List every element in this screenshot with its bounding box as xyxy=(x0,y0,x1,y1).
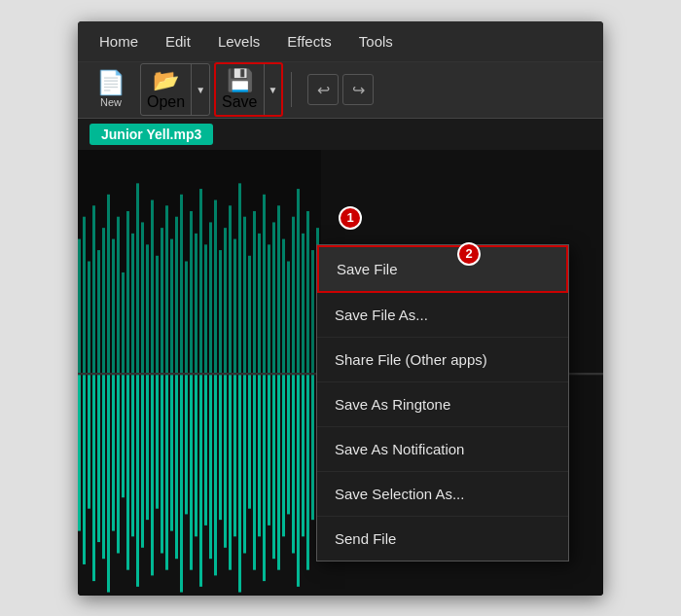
menu-bar: Home Edit Levels Effects Tools xyxy=(78,21,603,62)
svg-rect-93 xyxy=(272,375,275,559)
dropdown-item-save-notification[interactable]: Save As Notification xyxy=(317,427,568,472)
dropdown-item-share-file[interactable]: Share File (Other apps) xyxy=(317,338,568,382)
svg-rect-97 xyxy=(292,375,295,553)
toolbar-separator xyxy=(291,72,292,107)
app-window: Home Edit Levels Effects Tools 📄 New 📂 O… xyxy=(78,21,603,596)
menu-levels[interactable]: Levels xyxy=(204,25,273,57)
svg-rect-87 xyxy=(243,375,246,553)
step-badge-1: 1 xyxy=(339,206,362,230)
svg-rect-91 xyxy=(263,375,266,581)
svg-rect-71 xyxy=(165,375,168,569)
new-label: New xyxy=(100,96,122,108)
open-icon: 📂 xyxy=(153,68,179,93)
svg-rect-66 xyxy=(141,375,144,547)
svg-rect-94 xyxy=(277,375,280,569)
svg-rect-72 xyxy=(170,375,173,530)
toolbar: 📄 New 📂 Open ▼ 💾 Save ▼ ↩ ↪ xyxy=(78,62,603,119)
open-label: Open xyxy=(147,93,185,111)
svg-rect-92 xyxy=(268,375,270,525)
svg-rect-55 xyxy=(88,375,90,508)
svg-rect-96 xyxy=(287,375,290,514)
menu-edit[interactable]: Edit xyxy=(152,25,204,57)
open-button[interactable]: 📂 Open xyxy=(141,64,191,115)
save-icon: 💾 xyxy=(227,68,253,93)
svg-rect-90 xyxy=(258,375,261,536)
svg-rect-101 xyxy=(311,375,314,520)
svg-rect-63 xyxy=(126,375,129,569)
svg-rect-64 xyxy=(131,375,134,536)
svg-rect-80 xyxy=(209,375,212,559)
svg-rect-60 xyxy=(112,375,115,530)
open-dropdown-arrow[interactable]: ▼ xyxy=(191,64,209,115)
svg-rect-85 xyxy=(233,375,236,536)
menu-home[interactable]: Home xyxy=(86,25,152,57)
svg-rect-70 xyxy=(161,375,163,553)
dropdown-item-save-selection[interactable]: Save Selection As... xyxy=(317,472,568,517)
svg-rect-99 xyxy=(302,375,305,536)
svg-rect-75 xyxy=(185,375,188,514)
svg-rect-61 xyxy=(117,375,120,553)
svg-rect-69 xyxy=(156,375,159,508)
svg-rect-86 xyxy=(238,375,241,592)
save-button[interactable]: 💾 Save xyxy=(216,64,263,115)
redo-button[interactable]: ↪ xyxy=(342,74,374,105)
save-label: Save xyxy=(222,93,257,111)
svg-rect-74 xyxy=(180,375,183,592)
svg-rect-81 xyxy=(214,375,217,575)
svg-rect-65 xyxy=(136,375,139,587)
waveform-container: 1 2 Save File Save File As... Share File… xyxy=(78,150,603,596)
svg-rect-88 xyxy=(248,375,251,508)
svg-rect-56 xyxy=(92,375,95,581)
svg-rect-76 xyxy=(190,375,193,569)
new-icon: 📄 xyxy=(96,71,125,94)
save-dropdown-arrow[interactable]: ▼ xyxy=(264,64,282,115)
svg-rect-73 xyxy=(175,375,178,559)
svg-rect-84 xyxy=(229,375,232,569)
svg-rect-95 xyxy=(282,375,285,536)
dropdown-item-send-file[interactable]: Send File xyxy=(317,517,568,561)
svg-rect-68 xyxy=(151,375,154,575)
svg-rect-53 xyxy=(78,375,81,530)
file-name-badge: Junior Yell.mp3 xyxy=(90,124,213,145)
menu-effects[interactable]: Effects xyxy=(273,25,345,57)
dropdown-item-save-file-as[interactable]: Save File As... xyxy=(317,293,568,338)
svg-rect-54 xyxy=(83,375,86,564)
svg-rect-67 xyxy=(146,375,149,520)
dropdown-item-save-ringtone[interactable]: Save As Ringtone xyxy=(317,382,568,427)
svg-rect-57 xyxy=(97,375,100,542)
svg-rect-100 xyxy=(306,375,309,569)
svg-rect-82 xyxy=(219,375,222,520)
file-title-bar: Junior Yell.mp3 xyxy=(78,119,603,150)
open-button-group: 📂 Open ▼ xyxy=(140,63,210,116)
svg-rect-98 xyxy=(297,375,300,587)
menu-tools[interactable]: Tools xyxy=(345,25,407,57)
svg-rect-58 xyxy=(102,375,105,559)
step-badge-2: 2 xyxy=(457,242,481,266)
undo-redo-group: ↩ ↪ xyxy=(307,74,374,105)
undo-button[interactable]: ↩ xyxy=(307,74,339,105)
svg-rect-78 xyxy=(199,375,202,587)
save-dropdown-menu: Save File Save File As... Share File (Ot… xyxy=(316,244,569,562)
svg-rect-79 xyxy=(204,375,207,525)
new-button[interactable]: 📄 New xyxy=(86,67,136,112)
svg-rect-51 xyxy=(78,150,321,373)
save-button-group: 💾 Save ▼ xyxy=(214,62,283,117)
dropdown-item-save-file[interactable]: Save File xyxy=(317,245,568,293)
svg-rect-62 xyxy=(122,375,125,497)
svg-rect-77 xyxy=(195,375,197,536)
svg-rect-83 xyxy=(224,375,227,547)
svg-rect-89 xyxy=(253,375,256,569)
svg-rect-59 xyxy=(107,375,110,592)
